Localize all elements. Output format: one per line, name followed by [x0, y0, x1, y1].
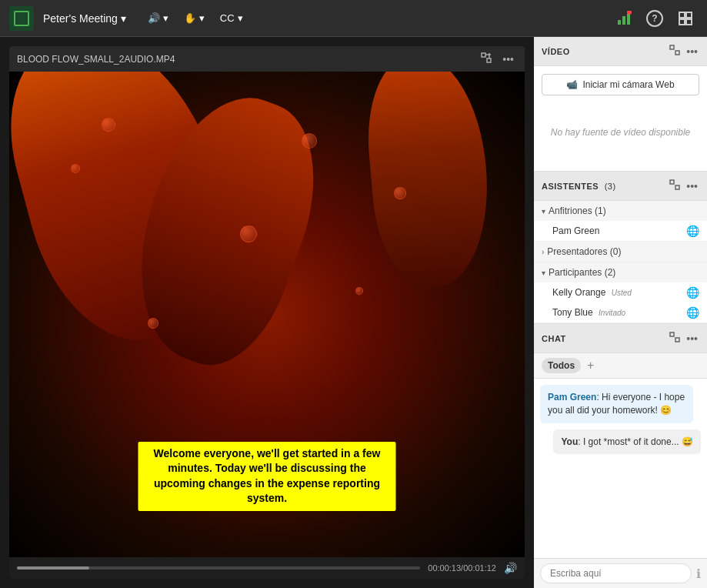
video-panel-more[interactable]: ••• — [685, 43, 699, 59]
chat-tab-todos[interactable]: Todos — [542, 358, 581, 373]
topbar-controls: 🔊 ▾ ✋ ▾ CC ▾ — [142, 8, 249, 28]
svg-rect-4 — [679, 12, 685, 18]
hosts-chevron: ▾ — [542, 207, 545, 215]
topbar-right: ? — [612, 6, 698, 31]
send-button[interactable]: ℹ — [696, 566, 701, 581]
presenters-group-header[interactable]: › Presentadores (0) — [534, 242, 707, 262]
stats-icon — [616, 11, 632, 26]
hand-icon: ✋ — [184, 12, 196, 24]
help-icon: ? — [646, 10, 663, 27]
hosts-group: ▾ Anfitriones (1) Pam Green 🌐 — [534, 201, 707, 242]
participants-group-name: Participantes (2) — [549, 267, 699, 278]
message-text: I got *most* of it done... 😅 — [583, 436, 693, 447]
right-panel: VÍDEO ••• 📹 Iniciar mi cámara Web — [534, 37, 707, 588]
attendee-name: Kelly Orange Usted — [552, 287, 680, 298]
expand-icon — [669, 179, 680, 190]
stats-button[interactable] — [612, 6, 636, 31]
hand-control[interactable]: ✋ ▾ — [178, 8, 211, 28]
app-logo — [9, 6, 34, 31]
layout-button[interactable] — [673, 6, 698, 31]
globe-icon: 🌐 — [686, 286, 699, 299]
attendees-panel-more[interactable]: ••• — [685, 178, 699, 194]
participants-group-header[interactable]: ▾ Participantes (2) — [534, 262, 707, 282]
chat-add-button[interactable]: + — [584, 359, 597, 373]
attendee-tony-blue: Tony Blue Invitado 🌐 — [534, 302, 707, 322]
attendee-kelly-orange: Kelly Orange Usted 🌐 — [534, 282, 707, 302]
cc-control[interactable]: CC ▾ — [214, 8, 249, 28]
video-filename: BLOOD FLOW_SMALL_2AUDIO.MP4 — [17, 54, 175, 65]
chat-section-title: CHAT — [542, 334, 566, 343]
chat-input-area: ℹ — [534, 558, 707, 588]
video-frame[interactable]: Welcome everyone, we'll get started in a… — [9, 72, 525, 557]
svg-rect-13 — [675, 51, 679, 55]
video-header-icons: ••• — [668, 43, 699, 59]
participants-chevron: ▾ — [542, 269, 545, 277]
video-panel-header: VÍDEO ••• — [534, 37, 707, 66]
expand-icon — [481, 52, 492, 63]
bubble — [102, 118, 115, 132]
video-area: BLOOD FLOW_SMALL_2AUDIO.MP4 ••• — [0, 37, 534, 588]
video-titlebar-controls: ••• — [478, 51, 517, 67]
attendees-header-icons: ••• — [668, 178, 699, 194]
chat-messages: Pam Green: Hi everyone - I hope you all … — [534, 379, 707, 558]
send-icon: ℹ — [696, 567, 701, 580]
chat-header-icons: ••• — [668, 330, 699, 346]
audio-control[interactable]: 🔊 ▾ — [142, 8, 175, 28]
attendees-panel-expand[interactable] — [668, 178, 682, 194]
start-camera-label: Iniciar mi cámara Web — [582, 79, 674, 90]
video-section-title: VÍDEO — [542, 47, 570, 56]
chat-message-incoming: Pam Green: Hi everyone - I hope you all … — [540, 385, 693, 423]
video-expand-button[interactable] — [478, 51, 495, 67]
svg-rect-1 — [622, 16, 625, 25]
attendees-panel-section: ASISTENTES (3) ••• ▾ Anf — [534, 171, 707, 323]
progress-bar[interactable] — [17, 566, 420, 570]
attendees-title-text: ASISTENTES — [542, 182, 599, 191]
logo-icon — [14, 11, 29, 26]
chat-input[interactable] — [540, 563, 692, 583]
message-sender: You — [561, 436, 578, 447]
message-sender: Pam Green — [548, 392, 596, 403]
chat-tabs: Todos + — [534, 353, 707, 379]
hosts-group-header[interactable]: ▾ Anfitriones (1) — [534, 201, 707, 221]
attendees-section-title: ASISTENTES (3) — [542, 182, 616, 191]
presenters-chevron: › — [542, 248, 544, 256]
attendee-name-text: Kelly Orange — [552, 287, 605, 298]
chat-panel-expand[interactable] — [668, 330, 682, 346]
attendees-count: (3) — [605, 182, 616, 191]
help-button[interactable]: ? — [642, 6, 667, 31]
video-more-button[interactable]: ••• — [499, 51, 517, 67]
main-content: BLOOD FLOW_SMALL_2AUDIO.MP4 ••• — [0, 37, 707, 588]
attendee-name: Tony Blue Invitado — [552, 307, 680, 318]
chat-panel-header: CHAT ••• — [534, 324, 707, 353]
hand-chevron: ▾ — [199, 12, 205, 24]
presenters-group: › Presentadores (0) — [534, 242, 707, 262]
svg-rect-2 — [627, 14, 630, 25]
video-panel-section: VÍDEO ••• 📹 Iniciar mi cámara Web — [534, 37, 707, 171]
svg-rect-6 — [679, 19, 685, 25]
layout-icon — [679, 12, 692, 25]
bubble — [394, 187, 406, 199]
volume-button[interactable]: 🔊 — [504, 562, 517, 574]
meeting-title[interactable]: Peter's Meeting ▾ — [43, 12, 126, 25]
bubble — [302, 133, 317, 149]
start-camera-button[interactable]: 📹 Iniciar mi cámara Web — [542, 74, 699, 95]
chat-section: CHAT ••• Todos + Pam Green: — [534, 323, 707, 588]
time-display: 00:00:13/00:01:12 — [428, 563, 496, 573]
video-titlebar: BLOOD FLOW_SMALL_2AUDIO.MP4 ••• — [9, 46, 525, 72]
svg-rect-8 — [482, 53, 485, 57]
bubble — [148, 318, 158, 329]
cc-chevron: ▾ — [238, 12, 243, 24]
progress-fill — [17, 566, 89, 570]
subtitle-text: Welcome everyone, we'll get started in a… — [154, 447, 381, 505]
audio-chevron: ▾ — [163, 12, 168, 24]
subtitle-overlay: Welcome everyone, we'll get started in a… — [138, 442, 396, 511]
bubble — [71, 164, 80, 173]
meeting-title-chevron: ▾ — [121, 12, 126, 25]
presenters-group-name: Presentadores (0) — [547, 246, 699, 257]
camera-icon: 📹 — [566, 79, 578, 90]
video-panel-expand[interactable] — [668, 43, 682, 59]
expand-icon — [669, 332, 680, 342]
chat-panel-more[interactable]: ••• — [685, 330, 699, 346]
attendee-name: Pam Green — [552, 226, 680, 236]
topbar: Peter's Meeting ▾ 🔊 ▾ ✋ ▾ CC ▾ ? — [0, 0, 707, 37]
